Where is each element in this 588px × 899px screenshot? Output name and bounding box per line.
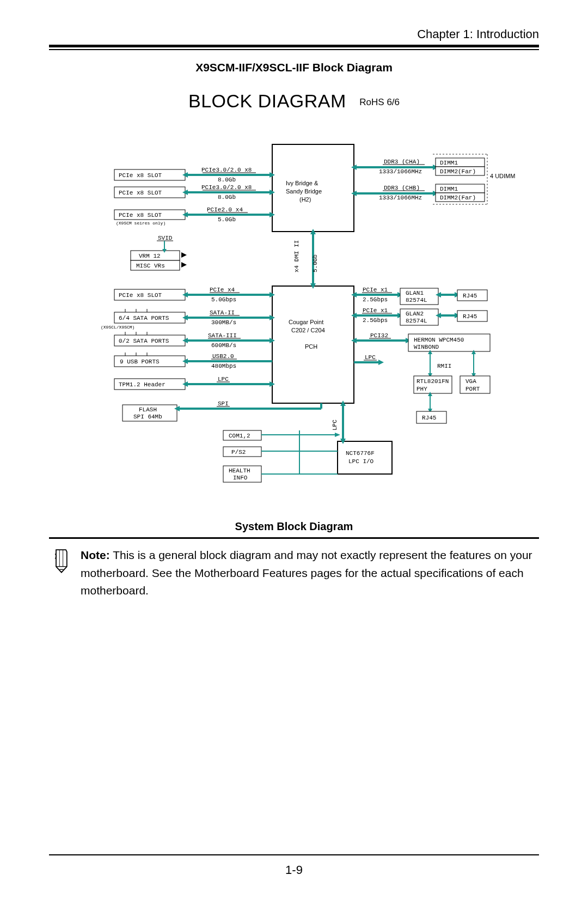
- svg-text:2.5Gbps: 2.5Gbps: [363, 296, 388, 303]
- svg-text:PCIe x1: PCIe x1: [363, 287, 388, 293]
- svg-text:P/S2: P/S2: [231, 449, 246, 455]
- svg-text:PCIe x8 SLOT: PCIe x8 SLOT: [119, 190, 162, 196]
- svg-text:82574L: 82574L: [406, 297, 427, 303]
- svg-text:GLAN1: GLAN1: [406, 290, 424, 296]
- svg-text:PCIe x1: PCIe x1: [363, 307, 388, 314]
- svg-text:DIMM1: DIMM1: [440, 186, 458, 192]
- svg-text:DIMM2(Far): DIMM2(Far): [440, 195, 476, 201]
- svg-text:8.0Gb: 8.0Gb: [218, 194, 236, 201]
- svg-marker-47: [181, 262, 187, 268]
- svg-text:COM1,2: COM1,2: [229, 433, 250, 439]
- svg-text:Sandy Bridge: Sandy Bridge: [286, 188, 322, 195]
- svg-text:300MB/s: 300MB/s: [211, 319, 236, 326]
- footer-rule: [49, 854, 539, 855]
- svg-text:PCIe x8 SLOT: PCIe x8 SLOT: [119, 212, 162, 218]
- svg-text:1333/1066MHz: 1333/1066MHz: [379, 195, 422, 201]
- svg-text:5.0Gb: 5.0Gb: [312, 254, 318, 272]
- svg-text:SATA-III: SATA-III: [208, 332, 237, 339]
- svg-text:INFO: INFO: [233, 475, 248, 481]
- svg-text:480Mbps: 480Mbps: [211, 363, 236, 369]
- svg-text:LPC: LPC: [218, 376, 229, 382]
- svg-rect-111: [338, 441, 392, 474]
- svg-text:600MB/s: 600MB/s: [211, 342, 236, 349]
- svg-text:(X9SCM seires only): (X9SCM seires only): [116, 221, 166, 226]
- svg-text:DIMM2(Far): DIMM2(Far): [440, 168, 476, 175]
- svg-text:NCT6776F: NCT6776F: [346, 450, 375, 457]
- svg-text:PCI32: PCI32: [370, 332, 388, 339]
- note-text: Note: This is a general block diagram an…: [81, 546, 537, 600]
- block-diagram-heading-row: BLOCK DIAGRAM RoHS 6/6: [49, 90, 539, 112]
- svg-text:SPI: SPI: [218, 400, 229, 407]
- svg-text:PCIe x8 SLOT: PCIe x8 SLOT: [119, 172, 162, 179]
- svg-text:VGA: VGA: [465, 378, 476, 385]
- svg-text:RJ45: RJ45: [422, 415, 436, 421]
- svg-text:VRM 12: VRM 12: [139, 253, 161, 259]
- svg-text:5.0Gbps: 5.0Gbps: [211, 296, 236, 303]
- svg-text:RJ45: RJ45: [463, 293, 477, 299]
- svg-text:(H2): (H2): [299, 196, 311, 203]
- svg-text:0/2 SATA PORTS: 0/2 SATA PORTS: [119, 338, 169, 344]
- svg-text:2.5Gbps: 2.5Gbps: [363, 317, 388, 324]
- svg-text:DDR3 (CHB): DDR3 (CHB): [384, 185, 420, 191]
- note-label: Note:: [81, 549, 110, 561]
- svg-text:Cougar Point: Cougar Point: [289, 319, 323, 325]
- svg-text:LPC: LPC: [332, 420, 338, 430]
- note-body: This is a general block diagram and may …: [81, 549, 532, 597]
- svg-text:USB2.0: USB2.0: [212, 353, 234, 360]
- svg-text:MISC VRs: MISC VRs: [136, 263, 165, 269]
- svg-text:(X9SCL/X9SCM): (X9SCL/X9SCM): [101, 325, 134, 330]
- page-number: 1-9: [0, 863, 588, 877]
- svg-text:SPI 64Mb: SPI 64Mb: [133, 414, 162, 420]
- svg-marker-122: [335, 433, 340, 437]
- svg-text:1333/1066MHz: 1333/1066MHz: [379, 168, 422, 175]
- system-block-diagram-title: System Block Diagram: [49, 520, 539, 533]
- svg-text:PCH: PCH: [305, 343, 317, 350]
- svg-text:PCIe2.0 x4: PCIe2.0 x4: [207, 206, 243, 213]
- svg-text:Ivy Bridge &: Ivy Bridge &: [286, 180, 318, 186]
- svg-text:5.0Gb: 5.0Gb: [218, 216, 236, 223]
- svg-text:PORT: PORT: [465, 386, 480, 392]
- svg-text:9 USB PORTS: 9 USB PORTS: [120, 359, 160, 365]
- svg-text:PCIe x4: PCIe x4: [210, 287, 235, 293]
- svg-text:PCIe3.0/2.0 x8: PCIe3.0/2.0 x8: [201, 167, 252, 173]
- svg-text:PCIe3.0/2.0 x8: PCIe3.0/2.0 x8: [201, 184, 252, 191]
- chapter-header: Chapter 1: Introduction: [49, 27, 539, 41]
- diagram-title: X9SCM-IIF/X9SCL-IIF Block Diagram: [49, 61, 539, 74]
- block-diagram-heading: BLOCK DIAGRAM: [188, 90, 346, 111]
- svg-text:FLASH: FLASH: [139, 406, 157, 413]
- svg-text:RMII: RMII: [437, 363, 451, 369]
- svg-text:PCIe x8 SLOT: PCIe x8 SLOT: [119, 292, 162, 299]
- note-row: Note: This is a general block diagram an…: [49, 546, 539, 600]
- svg-text:6/4 SATA PORTS: 6/4 SATA PORTS: [119, 315, 169, 321]
- rohs-label: RoHS 6/6: [359, 97, 400, 108]
- svg-text:DDR3 (CHA): DDR3 (CHA): [384, 159, 420, 165]
- block-diagram-svg: Ivy Bridge & Sandy Bridge (H2) Cougar Po…: [71, 128, 517, 499]
- svg-text:TPM1.2 Header: TPM1.2 Header: [119, 381, 166, 388]
- block-diagram: Ivy Bridge & Sandy Bridge (H2) Cougar Po…: [49, 128, 539, 499]
- svg-text:x4 DMI II: x4 DMI II: [293, 240, 300, 272]
- svg-marker-46: [181, 252, 187, 258]
- svg-text:WINBOND: WINBOND: [414, 344, 439, 350]
- svg-text:DIMM1: DIMM1: [440, 160, 458, 166]
- svg-text:RTL8201FN: RTL8201FN: [416, 378, 449, 385]
- svg-text:HEALTH: HEALTH: [229, 467, 250, 474]
- svg-text:8.0Gb: 8.0Gb: [218, 177, 236, 183]
- page: Chapter 1: Introduction X9SCM-IIF/X9SCL-…: [0, 0, 588, 899]
- svg-text:4 UDIMM: 4 UDIMM: [490, 173, 515, 179]
- svg-text:HERMON WPCM450: HERMON WPCM450: [414, 337, 464, 343]
- header-rule: [49, 45, 539, 50]
- svg-text:SVID: SVID: [158, 235, 173, 241]
- svg-text:SATA-II: SATA-II: [210, 309, 235, 316]
- pencil-icon: [51, 548, 71, 574]
- system-title-rule: [49, 537, 539, 539]
- svg-text:82574L: 82574L: [406, 318, 427, 324]
- svg-text:LPC I/O: LPC I/O: [348, 458, 374, 465]
- svg-marker-184: [378, 360, 384, 365]
- svg-text:RJ45: RJ45: [463, 313, 477, 320]
- svg-text:PHY: PHY: [416, 386, 427, 392]
- svg-text:C202 / C204: C202 / C204: [291, 327, 325, 333]
- svg-text:GLAN2: GLAN2: [406, 311, 424, 317]
- svg-text:LPC: LPC: [365, 354, 376, 361]
